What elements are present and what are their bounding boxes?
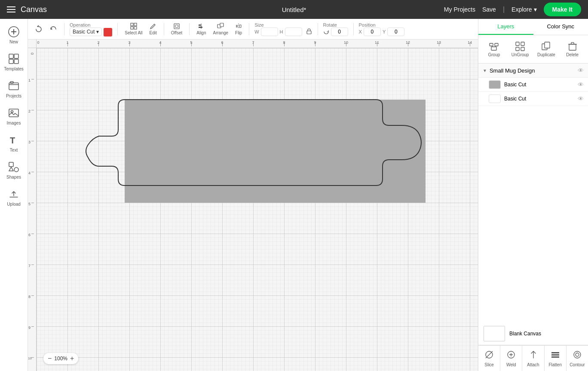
align-button[interactable]: Align: [195, 21, 208, 37]
contour-button[interactable]: Contour: [567, 346, 588, 371]
duplicate-button[interactable]: Duplicate: [534, 39, 559, 60]
layer-name-1: Basic Cut: [504, 96, 574, 102]
attach-button[interactable]: Attach: [522, 346, 544, 371]
save-link[interactable]: Save: [482, 6, 496, 13]
layer-visibility-icon-1[interactable]: 👁: [578, 95, 584, 102]
operation-group: Operation Basic Cut ▾: [70, 22, 112, 36]
svg-rect-22: [199, 24, 201, 26]
nav-actions: My Projects Save | Explore ▾ Make It: [444, 3, 581, 16]
size-w-input[interactable]: [261, 27, 278, 36]
flip-button[interactable]: Flip: [233, 21, 244, 37]
slice-button[interactable]: Slice: [478, 346, 500, 371]
pos-y-input[interactable]: [387, 27, 404, 36]
canvas-grid[interactable]: − 100% +: [37, 48, 478, 371]
upload-icon: [8, 188, 20, 200]
sidebar-item-new[interactable]: New: [2, 22, 26, 48]
svg-rect-49: [551, 354, 559, 356]
delete-button[interactable]: Delete: [560, 39, 585, 60]
make-it-button[interactable]: Make It: [544, 3, 581, 16]
size-group: Size W H: [254, 22, 302, 36]
svg-rect-12: [9, 162, 13, 167]
blank-canvas-label: Blank Canvas: [509, 331, 541, 337]
offset-button[interactable]: Offset: [169, 21, 184, 37]
zoom-out-button[interactable]: −: [48, 355, 52, 362]
sidebar-item-upload[interactable]: Upload: [2, 185, 26, 210]
ruler-num-14: 14: [468, 40, 472, 45]
sidebar-item-text[interactable]: T Text: [2, 131, 26, 156]
layer-item-1[interactable]: Basic Cut 👁: [478, 92, 588, 106]
flatten-button[interactable]: Flatten: [545, 346, 567, 371]
lock-icon[interactable]: [306, 28, 312, 36]
group-icon: [489, 41, 499, 52]
templates-icon: [8, 53, 20, 65]
ruler-num-1: 1: [66, 40, 68, 45]
toolbar-separator: [117, 23, 118, 35]
edit-button[interactable]: Edit: [148, 21, 159, 37]
ruler-v-1: 1: [28, 78, 31, 82]
tab-layers[interactable]: Layers: [478, 19, 533, 35]
rotate-field: Rotate: [323, 22, 348, 36]
ruler-num-3: 3: [128, 40, 130, 45]
chevron-down-icon: ▾: [96, 29, 99, 35]
pos-x-input[interactable]: [364, 27, 381, 36]
undo-button[interactable]: [33, 24, 44, 35]
svg-rect-40: [569, 44, 576, 50]
svg-rect-17: [131, 27, 133, 29]
slice-icon: [484, 350, 494, 362]
ruler-num-7: 7: [252, 40, 254, 45]
ruler-num-5: 5: [190, 40, 192, 45]
svg-point-10: [11, 111, 13, 113]
svg-marker-14: [9, 167, 13, 171]
sidebar-item-label: Images: [7, 121, 21, 125]
toolbar-separator: [249, 23, 249, 35]
top-nav: Canvas Untitled* My Projects Save | Expl…: [0, 0, 588, 19]
svg-marker-28: [239, 25, 241, 27]
ruler-num-8: 8: [283, 40, 285, 45]
svg-text:T: T: [10, 136, 15, 145]
sidebar-item-label: Shapes: [6, 175, 21, 179]
ruler-num-10: 10: [344, 40, 348, 45]
select-all-button[interactable]: Select All: [123, 21, 144, 37]
svg-rect-15: [131, 23, 133, 26]
sidebar-item-templates[interactable]: Templates: [2, 49, 26, 75]
weld-button[interactable]: Weld: [500, 346, 522, 371]
layer-group-header[interactable]: ▼ Small Mug Design 👁: [478, 64, 588, 78]
position-field: Position X Y: [359, 22, 405, 36]
sidebar-item-label: Templates: [4, 67, 24, 71]
svg-rect-4: [14, 54, 18, 58]
svg-rect-25: [220, 23, 224, 27]
ungroup-button[interactable]: UnGroup: [508, 39, 533, 60]
arrange-button[interactable]: Arrange: [211, 21, 230, 37]
group-button[interactable]: Group: [482, 39, 506, 60]
zoom-controls: − 100% +: [43, 353, 78, 364]
ruler-corner: [28, 40, 37, 48]
operation-color-swatch[interactable]: [104, 28, 112, 36]
pos-x-label: X: [359, 29, 362, 34]
toolbar-separator: [318, 23, 318, 35]
svg-marker-27: [236, 25, 238, 27]
svg-rect-16: [134, 23, 137, 26]
sidebar-item-images[interactable]: Images: [2, 103, 26, 129]
ruler-v-3: 3: [28, 140, 31, 144]
sidebar-item-label: New: [9, 40, 18, 44]
left-sidebar: New Templates Projects Images T: [0, 19, 28, 371]
sidebar-item-shapes[interactable]: Shapes: [2, 158, 26, 183]
sidebar-item-projects[interactable]: Projects: [2, 76, 26, 102]
rotate-input[interactable]: [331, 27, 348, 36]
contour-icon: [573, 350, 582, 362]
zoom-in-button[interactable]: +: [70, 355, 74, 362]
operation-select[interactable]: Basic Cut ▾: [70, 27, 102, 36]
svg-rect-3: [9, 54, 13, 58]
explore-button[interactable]: Explore ▾: [511, 6, 536, 13]
layer-item-0[interactable]: Basic Cut 👁: [478, 78, 588, 92]
tab-color-sync[interactable]: Color Sync: [533, 19, 588, 35]
layer-group-visibility-icon[interactable]: 👁: [578, 67, 584, 74]
canvas-area: 0 1 2 3 4 5 6 7 8 9 10 11 12 13: [28, 40, 478, 371]
svg-rect-36: [516, 47, 519, 51]
my-projects-link[interactable]: My Projects: [444, 6, 475, 13]
hamburger-menu[interactable]: [7, 6, 15, 12]
size-h-input[interactable]: [285, 27, 302, 36]
ungroup-icon: [515, 41, 525, 52]
redo-button[interactable]: [48, 24, 59, 35]
layer-visibility-icon-0[interactable]: 👁: [578, 81, 584, 88]
